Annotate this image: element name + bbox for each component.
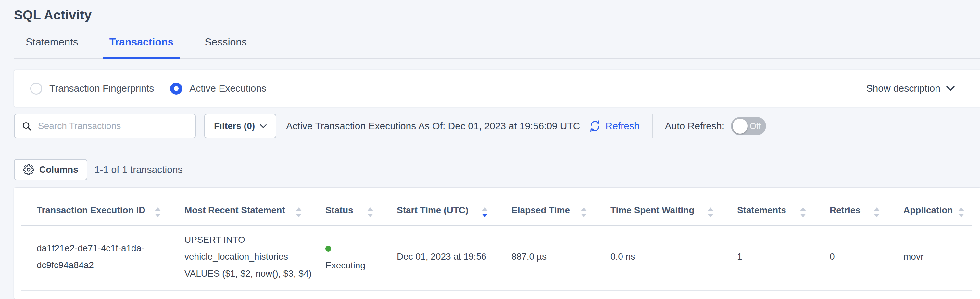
sort-icon[interactable] (581, 207, 587, 217)
filters-label: Filters (0) (214, 121, 255, 131)
column-header-application[interactable]: Application (888, 195, 972, 225)
cell-application: movr (888, 225, 972, 291)
column-header-elapsed-time[interactable]: Elapsed Time (496, 195, 595, 225)
radio-unselected-icon[interactable] (30, 83, 42, 94)
cell-elapsed-time: 887.0 µs (496, 225, 595, 291)
column-header-statements[interactable]: Statements (722, 195, 814, 225)
toggle-knob[interactable] (733, 118, 748, 134)
sort-icon-descending[interactable] (482, 207, 488, 217)
columns-button[interactable]: Columns (14, 159, 88, 181)
vertical-divider (652, 114, 653, 138)
radio-label: Transaction Fingerprints (49, 83, 154, 94)
column-header-transaction-execution-id[interactable]: Transaction Execution ID (21, 195, 169, 225)
show-description-label: Show description (866, 83, 940, 94)
cell-retries: 0 (814, 225, 888, 291)
tab-sessions[interactable]: Sessions (199, 36, 252, 58)
chevron-down-icon (946, 86, 955, 91)
controls-row: Filters (0) Active Transaction Execution… (14, 114, 980, 139)
columns-button-label: Columns (39, 165, 78, 175)
chevron-down-icon (260, 124, 267, 128)
sort-icon[interactable] (800, 207, 806, 217)
sort-icon[interactable] (873, 207, 880, 217)
table-header-row: Transaction Execution ID Most Recent Sta… (21, 195, 972, 225)
column-header-retries[interactable]: Retries (814, 195, 888, 225)
result-count: 1-1 of 1 transactions (94, 164, 183, 175)
tabs-bar: Statements Transactions Sessions (14, 36, 980, 59)
radio-label: Active Executions (189, 83, 266, 94)
sort-icon[interactable] (958, 207, 964, 217)
auto-refresh-toggle[interactable]: Off (731, 117, 766, 135)
column-header-most-recent-statement[interactable]: Most Recent Statement (169, 195, 310, 225)
gear-icon (23, 164, 34, 175)
sort-icon[interactable] (707, 207, 714, 217)
tab-statements[interactable]: Statements (21, 36, 83, 58)
transactions-table: Transaction Execution ID Most Recent Sta… (21, 195, 972, 291)
cell-statements: 1 (722, 225, 814, 291)
status-label: Executing (325, 260, 365, 270)
column-header-time-spent-waiting[interactable]: Time Spent Waiting (595, 195, 722, 225)
search-input[interactable] (37, 121, 188, 132)
sort-icon[interactable] (154, 207, 161, 217)
transactions-table-card: Transaction Execution ID Most Recent Sta… (14, 187, 980, 299)
column-header-status[interactable]: Status (310, 195, 381, 225)
refresh-label: Refresh (606, 121, 640, 132)
sort-icon[interactable] (367, 207, 374, 217)
refresh-button[interactable]: Refresh (589, 120, 640, 132)
radio-selected-icon[interactable] (170, 83, 182, 94)
column-header-start-time[interactable]: Start Time (UTC) (381, 195, 496, 225)
filters-button[interactable]: Filters (0) (204, 114, 276, 138)
cell-start-time: Dec 01, 2023 at 19:56 (381, 225, 496, 291)
sort-icon[interactable] (296, 207, 302, 217)
sql-activity-page: SQL Activity Statements Transactions Ses… (0, 0, 980, 299)
cell-time-spent-waiting: 0.0 ns (595, 225, 722, 291)
show-description-toggle[interactable]: Show description (866, 83, 959, 94)
toggle-state-label: Off (750, 121, 761, 131)
search-box[interactable] (14, 114, 196, 138)
radio-transaction-fingerprints[interactable]: Transaction Fingerprints (30, 83, 154, 94)
radio-active-executions[interactable]: Active Executions (170, 83, 266, 94)
results-row: Columns 1-1 of 1 transactions (14, 159, 980, 181)
tab-transactions[interactable]: Transactions (104, 36, 178, 58)
page-title: SQL Activity (14, 8, 980, 22)
cell-transaction-execution-id: da1f21e2-de71-4c1f-a1da- dc9fc94a84a2 (21, 225, 169, 291)
search-icon (22, 121, 32, 131)
refresh-icon (589, 120, 601, 132)
as-of-text: Active Transaction Executions As Of: Dec… (286, 121, 580, 132)
table-row[interactable]: da1f21e2-de71-4c1f-a1da- dc9fc94a84a2 UP… (21, 225, 972, 291)
view-mode-card: Transaction Fingerprints Active Executio… (14, 70, 980, 107)
executing-status-dot-icon (325, 246, 331, 251)
auto-refresh-label: Auto Refresh: (665, 121, 724, 132)
cell-most-recent-statement: UPSERT INTO vehicle_location_histories V… (169, 225, 310, 291)
cell-status: Executing (310, 225, 381, 291)
